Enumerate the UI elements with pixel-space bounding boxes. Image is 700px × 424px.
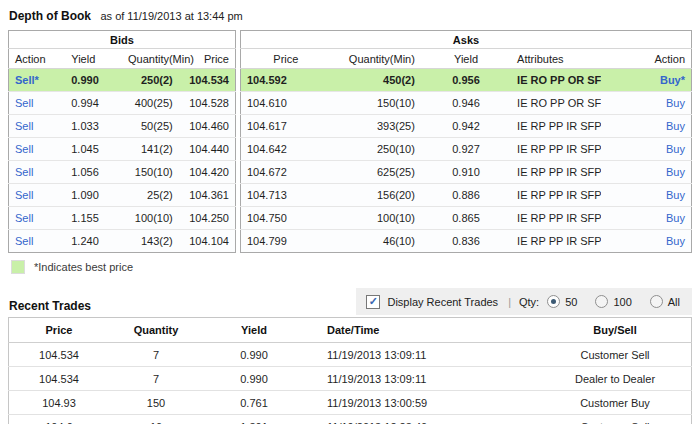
ask-quantity-cell: 450(2) <box>331 69 421 92</box>
sell-link[interactable]: Sell* <box>15 74 39 86</box>
titlebar: Depth of Book as of 11/19/2013 at 13:44 … <box>9 6 692 24</box>
trade-datetime-cell: 11/19/2013 13:00:59 <box>305 391 563 415</box>
buy-link[interactable]: Buy <box>666 189 685 201</box>
trade-row: 104.93 150 0.761 11/19/2013 13:00:59 Cus… <box>9 391 692 415</box>
ask-attributes-cell: IE RP PP IR SFP <box>511 230 601 253</box>
trade-buysell-cell: Customer Buy <box>563 391 692 415</box>
trades-yield-header: Yield <box>203 318 305 343</box>
asks-quantity-header: Quantity(Min) <box>331 49 421 69</box>
ask-yield-cell: 0.942 <box>421 115 511 138</box>
trade-row: 104.534 7 0.990 11/19/2013 13:09:11 Deal… <box>9 367 692 391</box>
ask-attributes-cell: IE RP PP IR SFP <box>511 207 601 230</box>
buy-link[interactable]: Buy* <box>660 74 685 86</box>
sell-link[interactable]: Sell <box>15 166 33 178</box>
trade-quantity-cell: 7 <box>109 367 203 391</box>
ask-price-cell: 104.610 <box>240 92 330 115</box>
trade-yield-cell: 0.990 <box>203 367 305 391</box>
bid-yield-cell: 1.090 <box>65 184 122 207</box>
ask-quantity-cell: 150(10) <box>331 92 421 115</box>
qty-radio-50[interactable] <box>547 295 560 308</box>
bid-price-cell: 104.528 <box>179 92 236 115</box>
trades-price-header: Price <box>9 318 110 343</box>
bid-quantity-cell: 150(10) <box>122 161 179 184</box>
bid-row: Sell 1.155 100(10) 104.250 <box>9 207 236 230</box>
trade-datetime-cell: 11/19/2013 13:09:11 <box>305 343 563 367</box>
bid-row: Sell 0.994 400(25) 104.528 <box>9 92 236 115</box>
ask-yield-cell: 0.946 <box>421 92 511 115</box>
qty-radio-all[interactable] <box>650 295 663 308</box>
ask-price-cell: 104.672 <box>240 161 330 184</box>
bid-yield-cell: 1.056 <box>65 161 122 184</box>
display-recent-trades-checkbox[interactable]: ✓ <box>366 295 380 309</box>
buy-link[interactable]: Buy <box>666 235 685 247</box>
bid-yield-cell: 0.990 <box>65 69 122 92</box>
qty-option-all-label[interactable]: All <box>668 296 680 308</box>
bid-quantity-cell: 143(2) <box>122 230 179 253</box>
bid-yield-cell: 1.240 <box>65 230 122 253</box>
qty-option-50-label[interactable]: 50 <box>565 296 577 308</box>
bid-price-cell: 104.460 <box>179 115 236 138</box>
ask-attributes-cell: IE RO PP OR SFP <box>511 69 601 92</box>
sell-link[interactable]: Sell <box>15 212 33 224</box>
check-icon: ✓ <box>369 296 378 307</box>
buy-link[interactable]: Buy <box>666 166 685 178</box>
best-price-legend: *Indicates best price <box>11 260 692 274</box>
bid-row: Sell 1.090 25(2) 104.361 <box>9 184 236 207</box>
ask-row: 104.642 250(10) 0.927 IE RP PP IR SFP Bu… <box>240 138 691 161</box>
asks-table: Asks Price Quantity(Min) Yield Attribute… <box>240 30 692 253</box>
bid-price-cell: 104.361 <box>179 184 236 207</box>
bid-yield-cell: 1.045 <box>65 138 122 161</box>
bid-yield-cell: 1.033 <box>65 115 122 138</box>
bids-yield-header: Yield <box>65 49 122 69</box>
bid-price-cell: 104.250 <box>179 207 236 230</box>
bids-action-header: Action <box>9 49 66 69</box>
qty-option-100-label[interactable]: 100 <box>613 296 631 308</box>
ask-row-best: 104.592 450(2) 0.956 IE RO PP OR SFP Buy… <box>240 69 691 92</box>
radio-dot-icon <box>551 299 556 304</box>
buy-link[interactable]: Buy <box>666 212 685 224</box>
bid-quantity-cell: 400(25) <box>122 92 179 115</box>
trade-price-cell: 104.534 <box>9 367 110 391</box>
ask-price-cell: 104.799 <box>240 230 330 253</box>
trade-yield-cell: 0.761 <box>203 391 305 415</box>
bids-table: Bids Action Yield Quantity(Min) Price Se… <box>8 30 236 253</box>
ask-attributes-cell: IE RP PP IR SFP <box>511 161 601 184</box>
bid-row-best: Sell* 0.990 250(2) 104.534 <box>9 69 236 92</box>
trades-quantity-header: Quantity <box>109 318 203 343</box>
buy-link[interactable]: Buy <box>666 120 685 132</box>
trade-row: 104.0 10 1.301 11/19/2013 12:23:40 Custo… <box>9 415 692 424</box>
trade-price-cell: 104.93 <box>9 391 110 415</box>
trades-buysell-header: Buy/Sell <box>563 318 692 343</box>
buy-link[interactable]: Buy <box>666 143 685 155</box>
asks-attributes-header: Attributes <box>511 49 601 69</box>
ask-yield-cell: 0.886 <box>421 184 511 207</box>
best-price-legend-label: *Indicates best price <box>34 261 133 273</box>
ask-attributes-cell: IE RP PP IR SFP <box>511 115 601 138</box>
ask-yield-cell: 0.865 <box>421 207 511 230</box>
bid-quantity-cell: 250(2) <box>122 69 179 92</box>
trade-buysell-cell: Dealer to Dealer <box>563 367 692 391</box>
bid-row: Sell 1.033 50(25) 104.460 <box>9 115 236 138</box>
recent-trades-table: Price Quantity Yield Date/Time Buy/Sell … <box>8 317 692 424</box>
bid-yield-cell: 1.155 <box>65 207 122 230</box>
qty-radio-100[interactable] <box>595 295 608 308</box>
ask-row: 104.672 625(25) 0.910 IE RP PP IR SFP Bu… <box>240 161 691 184</box>
sell-link[interactable]: Sell <box>15 189 33 201</box>
recent-trades-controls: ✓ Display Recent Trades | Qty: 50 100 Al… <box>356 288 692 315</box>
bid-quantity-cell: 50(25) <box>122 115 179 138</box>
ask-price-cell: 104.713 <box>240 184 330 207</box>
ask-yield-cell: 0.956 <box>421 69 511 92</box>
sell-link[interactable]: Sell <box>15 97 33 109</box>
sell-link[interactable]: Sell <box>15 235 33 247</box>
bid-quantity-cell: 100(10) <box>122 207 179 230</box>
depth-of-book: Bids Action Yield Quantity(Min) Price Se… <box>8 30 692 253</box>
qty-label: Qty: <box>519 296 539 308</box>
buy-link[interactable]: Buy <box>666 97 685 109</box>
asks-action-header: Action <box>601 49 691 69</box>
trade-datetime-cell: 11/19/2013 13:09:11 <box>305 367 563 391</box>
sell-link[interactable]: Sell <box>15 143 33 155</box>
display-recent-trades-label[interactable]: Display Recent Trades <box>387 296 498 308</box>
sell-link[interactable]: Sell <box>15 120 33 132</box>
bids-quantity-header: Quantity(Min) <box>122 49 179 69</box>
trade-quantity-cell: 7 <box>109 343 203 367</box>
